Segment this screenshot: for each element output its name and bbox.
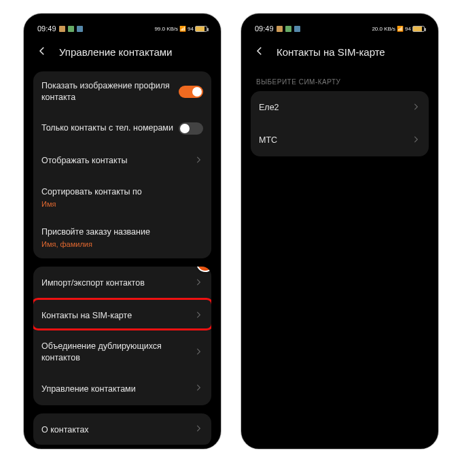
status-time: 09:49 — [37, 24, 56, 33]
row-manage-contacts[interactable]: Управление контактами — [33, 373, 211, 405]
phone-right-sim-contacts: 09:49 20.0 KB/s 📶 94 Контакты на SIM-кар… — [241, 14, 438, 449]
battery-icon — [195, 26, 207, 32]
phone-left-manage-contacts: 09:49 99.0 KB/s 📶 94 Управление контакта… — [24, 14, 221, 449]
signal-icon: 📶 — [179, 26, 186, 32]
toggle-only-phone[interactable] — [179, 122, 203, 135]
status-icon — [68, 26, 74, 32]
screen-header: Контакты на SIM-карте — [245, 35, 434, 71]
row-import-export[interactable]: Импорт/экспорт контактов — [33, 267, 211, 299]
status-bar: 09:49 99.0 KB/s 📶 94 — [28, 18, 217, 35]
annotation-highlight-2 — [251, 91, 429, 156]
status-icon — [59, 26, 65, 32]
row-label: Импорт/экспорт контактов — [41, 277, 194, 289]
status-icon — [277, 26, 283, 32]
status-time: 09:49 — [255, 24, 274, 33]
chevron-right-icon — [194, 347, 203, 358]
chevron-right-icon — [194, 383, 203, 394]
sim-card-list: Еле2 МТС 2 — [251, 91, 429, 156]
back-arrow-icon[interactable] — [36, 45, 48, 59]
section-caption-select-sim: ВЫБЕРИТЕ СИМ-КАРТУ — [245, 71, 434, 91]
row-label: Показать изображение профиля контакта — [41, 80, 179, 103]
screen-title: Управление контактами — [59, 46, 172, 58]
signal-icon: 📶 — [397, 26, 404, 32]
row-label: Присвойте заказу название Имя, фамилия — [41, 226, 203, 250]
row-merge-duplicates[interactable]: Объединение дублирующихся контактов — [33, 332, 211, 373]
battery-icon — [412, 26, 425, 32]
row-name-order[interactable]: Присвойте заказу название Имя, фамилия — [33, 218, 211, 258]
settings-group-about: О контактах — [33, 413, 211, 446]
toggle-show-image[interactable] — [179, 86, 203, 98]
row-label: Управление контактами — [41, 384, 194, 395]
row-show-profile-image[interactable]: Показать изображение профиля контакта — [33, 71, 211, 112]
status-batt: 94 — [188, 26, 194, 32]
chevron-right-icon — [194, 277, 203, 289]
annotation-highlight-1 — [33, 298, 211, 330]
row-display-contacts[interactable]: Отображать контакты — [33, 145, 211, 177]
status-icon — [77, 26, 83, 32]
row-label: Объединение дублирующихся контактов — [41, 341, 194, 364]
row-label: Сортировать контакты по Имя — [41, 186, 203, 209]
status-net: 99.0 KB/s — [154, 26, 178, 32]
status-icon — [285, 26, 291, 32]
screen-title: Контакты на SIM-карте — [277, 46, 385, 58]
status-net: 20.0 KB/s — [372, 26, 395, 32]
row-about-contacts[interactable]: О контактах — [33, 413, 211, 446]
row-sort-contacts[interactable]: Сортировать контакты по Имя — [33, 177, 211, 218]
settings-group-manage: Импорт/экспорт контактов Контакты на SIM… — [33, 267, 211, 405]
row-sublabel: Имя — [41, 199, 203, 209]
row-only-phone-numbers[interactable]: Только контакты с тел. номерами — [33, 112, 211, 145]
row-label: Отображать контакты — [41, 155, 194, 167]
status-batt: 94 — [405, 26, 411, 32]
row-label: О контактах — [41, 424, 194, 436]
status-bar: 09:49 20.0 KB/s 📶 94 — [245, 18, 434, 35]
chevron-right-icon — [194, 155, 203, 167]
back-arrow-icon[interactable] — [253, 45, 266, 59]
status-icon — [294, 26, 300, 32]
row-sublabel: Имя, фамилия — [41, 239, 203, 250]
row-label: Только контакты с тел. номерами — [41, 122, 179, 134]
screen-header: Управление контактами — [28, 35, 217, 71]
chevron-right-icon — [194, 424, 203, 435]
settings-group-display: Показать изображение профиля контакта То… — [33, 71, 211, 258]
